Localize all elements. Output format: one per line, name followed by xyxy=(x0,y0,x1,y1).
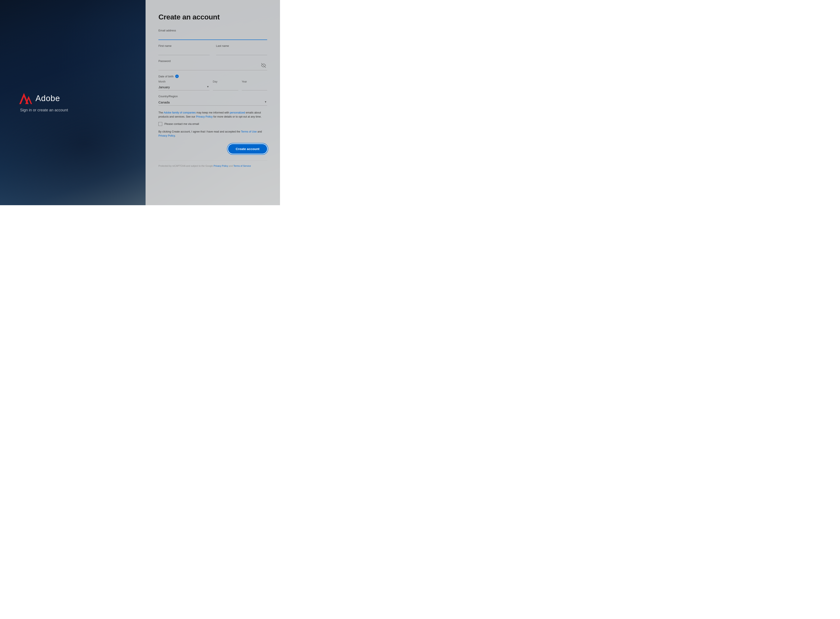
privacy-text-2: may keep me informed with xyxy=(196,111,230,114)
password-wrapper xyxy=(158,64,267,70)
last-name-input[interactable] xyxy=(216,49,267,55)
dob-fields: Month January February March April May J… xyxy=(158,80,267,90)
adobe-family-link[interactable]: Adobe family of companies xyxy=(164,111,196,114)
privacy-text-4: for more details or to opt-out at any ti… xyxy=(213,115,262,118)
email-field-group: Email address xyxy=(158,29,267,40)
recaptcha-text: Protected by reCAPTCHA and subject to th… xyxy=(158,164,267,168)
dob-month-field: Month January February March April May J… xyxy=(158,80,209,90)
year-input[interactable] xyxy=(242,84,267,90)
personalized-link[interactable]: personalized xyxy=(230,111,245,114)
toggle-password-icon[interactable] xyxy=(261,63,266,69)
terms-text-3: . xyxy=(175,134,175,137)
dob-section: Date of birth i Month January February M… xyxy=(158,75,267,90)
contact-checkbox[interactable] xyxy=(158,122,162,126)
form-title: Create an account xyxy=(158,13,267,21)
create-btn-row: Create account xyxy=(158,144,267,154)
country-section: Country/Region Canada United States Unit… xyxy=(158,95,267,106)
first-name-field-group: First name xyxy=(158,44,209,55)
checkbox-label: Please contact me via email xyxy=(164,122,199,126)
terms-text-1: By clicking Create account, I agree that… xyxy=(158,130,241,133)
adobe-wordmark: Adobe xyxy=(36,94,60,103)
terms-of-use-link[interactable]: Terms of Use xyxy=(241,130,257,133)
day-sublabel: Day xyxy=(213,80,238,83)
last-name-field-group: Last name xyxy=(216,44,267,55)
dob-label: Date of birth xyxy=(158,75,173,78)
privacy-policy-link-1[interactable]: Privacy Policy xyxy=(196,115,213,118)
dob-info-icon[interactable]: i xyxy=(175,75,179,78)
last-name-label: Last name xyxy=(216,44,267,48)
terms-text-2: and xyxy=(257,130,262,133)
recaptcha-text-2: and xyxy=(228,164,233,167)
dob-day-field: Day xyxy=(213,80,238,90)
country-select[interactable]: Canada United States United Kingdom Aust… xyxy=(158,99,267,106)
first-name-label: First name xyxy=(158,44,209,48)
recaptcha-privacy-link[interactable]: Privacy Policy xyxy=(214,164,228,167)
month-sublabel: Month xyxy=(158,80,209,83)
left-panel: Adobe Sign in or create an account xyxy=(0,0,154,205)
email-label: Email address xyxy=(158,29,267,32)
dob-year-field: Year xyxy=(242,80,267,90)
day-input[interactable] xyxy=(213,84,238,90)
country-label: Country/Region xyxy=(158,95,267,98)
recaptcha-text-1: Protected by reCAPTCHA and subject to th… xyxy=(158,164,214,167)
first-name-input[interactable] xyxy=(158,49,209,55)
svg-marker-0 xyxy=(19,93,28,104)
email-input[interactable] xyxy=(158,33,267,40)
adobe-logo: Adobe xyxy=(19,93,154,104)
password-field-group: Password xyxy=(158,60,267,70)
checkbox-row: Please contact me via email xyxy=(158,122,267,126)
password-input[interactable] xyxy=(158,64,267,70)
country-select-wrapper: Canada United States United Kingdom Aust… xyxy=(158,99,267,106)
password-label: Password xyxy=(158,60,267,63)
recaptcha-terms-link[interactable]: Terms of Service xyxy=(233,164,251,167)
privacy-policy-link-2[interactable]: Privacy Policy xyxy=(158,134,175,137)
right-panel: Create an account Email address First na… xyxy=(145,0,280,205)
name-row: First name Last name xyxy=(158,44,267,60)
dob-label-row: Date of birth i xyxy=(158,75,267,78)
privacy-text: The Adobe family of companies may keep m… xyxy=(158,111,267,119)
create-account-button[interactable]: Create account xyxy=(228,144,267,154)
adobe-icon xyxy=(19,93,32,104)
divider xyxy=(158,160,267,161)
adobe-tagline: Sign in or create an account xyxy=(19,108,154,112)
month-select[interactable]: January February March April May June Ju… xyxy=(158,84,209,90)
terms-text: By clicking Create account, I agree that… xyxy=(158,130,267,138)
year-sublabel: Year xyxy=(242,80,267,83)
month-select-wrapper: January February March April May June Ju… xyxy=(158,84,209,90)
privacy-text-1: The xyxy=(158,111,163,114)
